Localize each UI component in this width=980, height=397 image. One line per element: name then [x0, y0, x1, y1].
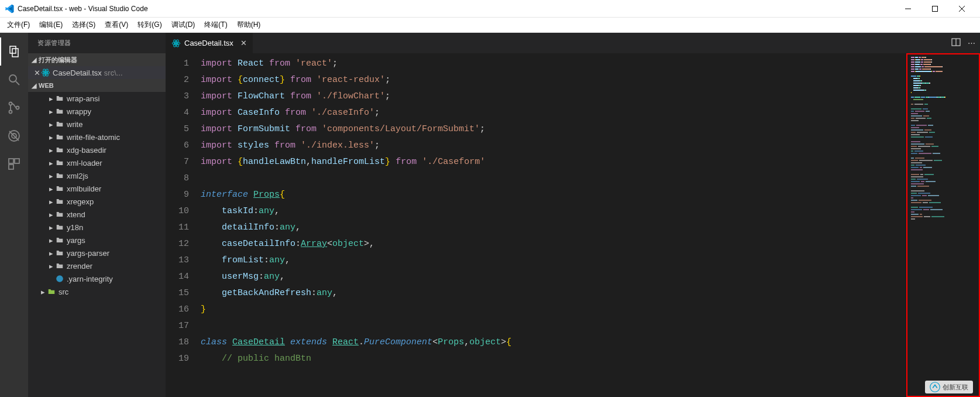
- chevron-down-icon: ◢: [30, 82, 37, 90]
- tree-item-label: yargs: [67, 236, 85, 245]
- menu-item[interactable]: 转到(G): [133, 18, 166, 33]
- tree-item[interactable]: ▸ xml-loader: [28, 156, 166, 169]
- file-tree: ▸ wrap-ansi▸ wrappy▸ write▸ write-file-a…: [28, 92, 166, 298]
- svg-rect-14: [9, 159, 13, 163]
- sidebar: 资源管理器 ◢ 打开的编辑器 ✕ CaseDetail.tsx src\... …: [28, 33, 166, 397]
- menu-item[interactable]: 选择(S): [67, 18, 100, 33]
- tree-item[interactable]: ▸ yargs: [28, 234, 166, 247]
- folder-icon: [55, 107, 64, 115]
- close-icon[interactable]: ✕: [33, 69, 41, 77]
- search-icon[interactable]: [0, 66, 28, 94]
- code[interactable]: import React from 'react';import {connec…: [201, 53, 906, 397]
- svg-rect-5: [12, 49, 18, 57]
- editor-area: CaseDetail.tsx ✕ ⋯ 123456789101112131415…: [166, 33, 980, 397]
- svg-rect-16: [9, 165, 13, 169]
- tree-item[interactable]: ▸ y18n: [28, 221, 166, 234]
- split-editor-icon[interactable]: [951, 37, 961, 49]
- minimize-button[interactable]: [895, 0, 921, 18]
- svg-point-6: [9, 75, 16, 82]
- tree-item-label: xtend: [67, 210, 85, 219]
- folder-icon: [55, 133, 64, 141]
- tree-item-label: xdg-basedir: [67, 146, 106, 155]
- chevron-right-icon: ▸: [47, 236, 55, 245]
- titlebar: CaseDetail.tsx - web - Visual Studio Cod…: [0, 0, 980, 18]
- tree-item[interactable]: ▸ xmlbuilder: [28, 182, 166, 195]
- workspace-header[interactable]: ◢ WEB: [28, 79, 166, 92]
- svg-point-28: [930, 382, 940, 392]
- tree-item-label: write: [67, 120, 82, 129]
- chevron-right-icon: ▸: [47, 197, 55, 206]
- react-icon: [41, 68, 50, 77]
- menubar: 文件(F)编辑(E)选择(S)查看(V)转到(G)调试(D)终端(T)帮助(H): [0, 18, 980, 33]
- svg-point-10: [16, 107, 19, 109]
- folder-icon: [55, 159, 64, 167]
- tree-item-label: wrappy: [67, 107, 91, 116]
- sidebar-title: 资源管理器: [28, 33, 166, 53]
- tree-item-label: write-file-atomic: [67, 133, 120, 142]
- tree-item[interactable]: ▸ zrender: [28, 259, 166, 272]
- tree-item[interactable]: ▸ wrappy: [28, 105, 166, 118]
- tree-item[interactable]: ▸ xregexp: [28, 195, 166, 208]
- tree-item-label: xml-loader: [67, 159, 102, 167]
- chevron-right-icon: ▸: [47, 262, 55, 271]
- chevron-right-icon: ▸: [39, 288, 47, 296]
- tree-item[interactable]: ▸ write: [28, 118, 166, 131]
- tree-item[interactable]: ▸ write-file-atomic: [28, 131, 166, 143]
- chevron-right-icon: ▸: [47, 249, 55, 258]
- open-editor-item[interactable]: ✕ CaseDetail.tsx src\...: [28, 66, 166, 79]
- folder-icon: [55, 120, 64, 128]
- explorer-icon[interactable]: [0, 37, 28, 66]
- folder-icon: [55, 223, 64, 231]
- chevron-down-icon: ◢: [30, 56, 37, 64]
- menu-item[interactable]: 帮助(H): [232, 18, 266, 33]
- menu-item[interactable]: 编辑(E): [35, 18, 67, 33]
- chevron-right-icon: ▸: [47, 133, 55, 142]
- folder-icon: [55, 210, 64, 218]
- workspace-label: WEB: [39, 82, 54, 89]
- tree-item[interactable]: ▸ wrap-ansi: [28, 92, 166, 105]
- tree-item[interactable]: ▸ xml2js: [28, 169, 166, 182]
- tree-item[interactable]: ▸ xtend: [28, 208, 166, 221]
- yarn-icon: [55, 275, 64, 283]
- watermark-text: 创新互联: [943, 383, 968, 392]
- source-control-icon[interactable]: [0, 94, 28, 122]
- svg-point-22: [176, 42, 177, 44]
- menu-item[interactable]: 调试(D): [167, 18, 200, 33]
- debug-icon[interactable]: [0, 122, 28, 150]
- svg-rect-15: [15, 159, 19, 163]
- tree-item[interactable]: .yarn-integrity: [28, 272, 166, 285]
- menu-item[interactable]: 文件(F): [2, 18, 35, 33]
- folder-icon: [55, 172, 64, 180]
- menu-item[interactable]: 终端(T): [200, 18, 232, 33]
- watermark-logo: 创新互联: [925, 381, 973, 393]
- close-icon[interactable]: ✕: [240, 39, 247, 47]
- chevron-right-icon: ▸: [47, 94, 55, 103]
- tree-item-label: wrap-ansi: [67, 94, 99, 103]
- tree-item[interactable]: ▸ xdg-basedir: [28, 143, 166, 156]
- svg-point-8: [9, 102, 12, 105]
- window-controls: [895, 0, 975, 18]
- chevron-right-icon: ▸: [47, 184, 55, 193]
- maximize-button[interactable]: [921, 0, 948, 18]
- svg-line-12: [9, 131, 19, 141]
- close-button[interactable]: [948, 0, 975, 18]
- chevron-right-icon: ▸: [47, 146, 55, 155]
- editor-body[interactable]: 12345678910111213141516171819 import Rea…: [166, 53, 980, 397]
- open-editors-header[interactable]: ◢ 打开的编辑器: [28, 53, 166, 66]
- minimap[interactable]: [906, 53, 980, 397]
- tree-item[interactable]: ▸ src: [28, 285, 166, 298]
- more-icon[interactable]: ⋯: [968, 39, 975, 47]
- folder-icon: [55, 184, 64, 193]
- tree-item-label: xregexp: [67, 197, 94, 206]
- open-editors-label: 打开的编辑器: [39, 56, 77, 64]
- tab-casedetail[interactable]: CaseDetail.tsx ✕: [166, 33, 253, 53]
- chevron-right-icon: ▸: [47, 223, 55, 232]
- folder-icon: [55, 262, 64, 270]
- tree-item-label: xml2js: [67, 172, 88, 180]
- extensions-icon[interactable]: [0, 150, 28, 178]
- menu-item[interactable]: 查看(V): [100, 18, 133, 33]
- folder-icon: [55, 197, 64, 206]
- svg-rect-4: [10, 46, 16, 53]
- tree-item[interactable]: ▸ yargs-parser: [28, 247, 166, 259]
- tree-item-label: xmlbuilder: [67, 184, 101, 193]
